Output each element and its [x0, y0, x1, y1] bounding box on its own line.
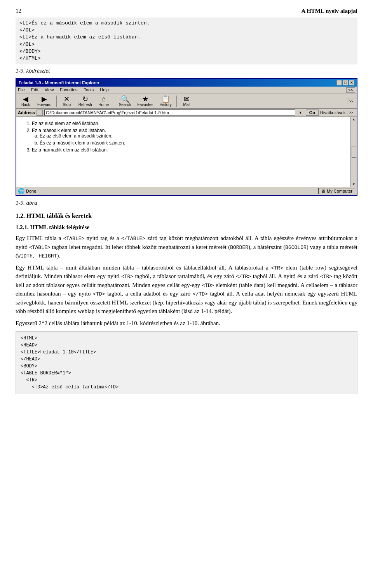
forward-icon: ▶ [42, 96, 47, 103]
refresh-label: Refresh [78, 103, 92, 107]
ie-maximize-btn[interactable]: □ [343, 80, 348, 85]
ie-addressbar: Address ▼ Go Hivatkozások >> [16, 109, 357, 117]
code-td-2: <TD> [93, 291, 105, 297]
back-label: Back [21, 103, 30, 107]
ie-toolbar-extend[interactable]: >> [346, 87, 355, 93]
ie-statusbar: 🌐 Done 🖥 My Computer [16, 187, 357, 195]
code-block-bottom: <HTML> <HEAD> <TITLE>Feladat 1-10</TITLE… [16, 331, 357, 394]
refresh-icon: ↻ [82, 96, 88, 103]
toolbar-history[interactable]: 📋 History [157, 95, 174, 108]
status-computer: My Computer [327, 189, 352, 193]
ie-minimize-btn[interactable]: _ [336, 80, 342, 85]
computer-icon: 🖥 [321, 189, 325, 193]
mail-icon: ✉ [184, 96, 190, 103]
toolbar-favorites[interactable]: ★ Favorites [135, 95, 155, 108]
ie-status-left: 🌐 Done [18, 188, 36, 194]
forward-label: Forward [37, 103, 52, 107]
address-dropdown[interactable]: ▼ [297, 110, 304, 115]
ie-toolbar: ◀ Back ▶ Forward ✕ Stop ↻ Refresh ⌂ Home… [16, 94, 357, 109]
menu-view[interactable]: View [45, 87, 54, 93]
page-title: A HTML nyelv alapjai [301, 8, 357, 14]
menu-edit[interactable]: Edit [31, 87, 38, 93]
stop-label: Stop [63, 103, 71, 107]
ie-title: Feladat 1-9 - Microsoft Internet Explore… [19, 80, 99, 85]
back-icon: ◀ [23, 96, 28, 103]
favorites-icon: ★ [142, 96, 148, 103]
menu-file[interactable]: File [18, 87, 25, 93]
toolbar-back[interactable]: ◀ Back [18, 95, 33, 108]
home-label: Home [98, 103, 109, 107]
paragraph-3: Egyszerű 2*2 cellás táblára láthatunk pé… [16, 319, 357, 328]
section-heading-1-2: 1.2. HTML táblák és keretek [16, 212, 357, 219]
history-label: History [160, 103, 172, 107]
paragraph-1: Egy HTML tábla a <TABLE> nyitó tag és a … [16, 234, 357, 260]
mail-label: Mail [183, 103, 190, 107]
content-sublist: Ez az első elem a második szinten. És ez… [40, 133, 343, 146]
toolbar-separator-2 [114, 96, 114, 107]
toolbar-extend-btn[interactable]: >> [347, 99, 355, 104]
list-item-2: Ez a második elem az első listában. Ez a… [32, 128, 343, 146]
content-list: Ez az első elem az első listában. Ez a m… [32, 121, 343, 153]
scroll-down[interactable]: ▼ [352, 183, 356, 186]
toolbar-search[interactable]: 🔍 Search [117, 95, 134, 108]
menu-favorites[interactable]: Favorites [60, 87, 77, 93]
ie-status-right: 🖥 My Computer [318, 188, 355, 194]
address-icon [37, 110, 43, 116]
ie-content: Ez az első elem az első listában. Ez a m… [16, 117, 350, 187]
ie-content-area: Ez az első elem az első listában. Ez a m… [16, 117, 357, 187]
code-border: BORDER [230, 245, 248, 251]
links-extend-btn[interactable]: >> [347, 110, 355, 115]
toolbar-separator-3 [176, 96, 177, 107]
menu-tools[interactable]: Tools [84, 87, 94, 93]
menu-help[interactable]: Help [100, 87, 109, 93]
code-block-top: <LI>És ez a második elem a második szint… [16, 17, 357, 64]
code-tr-close: </TR> [236, 274, 251, 280]
list-item-2b: És ez a második elem a második szinten. [40, 140, 343, 146]
list-item-3: Ez a harmadik elem az első listában. [32, 147, 343, 153]
code-tr-2: <TR> [121, 274, 133, 280]
code-bgcolor: BGCOLOR [285, 245, 307, 251]
ie-titlebar: Feladat 1-9 - Microsoft Internet Explore… [16, 79, 357, 87]
ie-menubar: File Edit View Favorites Tools Help >> [16, 87, 357, 94]
code-tr: <TR> [271, 265, 283, 271]
toolbar-home[interactable]: ⌂ Home [96, 95, 112, 108]
home-icon: ⌂ [101, 96, 106, 103]
ie-titlebar-buttons: _ □ ✕ [336, 80, 354, 85]
go-button[interactable]: Go [306, 110, 319, 116]
toolbar-forward[interactable]: ▶ Forward [35, 95, 54, 108]
code-table-open: <TABLE> [63, 236, 85, 242]
address-input[interactable] [44, 110, 295, 116]
address-label: Address [18, 110, 35, 115]
ie-content-main: Ez az első elem az első listában. Ez a m… [16, 117, 350, 187]
kodreszlet-label: 1-9. kódrészlet [16, 68, 357, 74]
code-table-close: </TABLE> [121, 236, 145, 242]
section-heading-1-2-1: 1.2.1. HTML táblák felépítése [16, 224, 357, 231]
history-icon: 📋 [161, 96, 170, 103]
abra-label: 1-9. ábra [16, 200, 357, 206]
status-text: Done [26, 189, 36, 193]
code-td: <TD> [202, 283, 214, 289]
search-icon: 🔍 [121, 96, 129, 103]
code-table-open-2: <TABLE> [29, 245, 51, 251]
paragraph-2: Egy HTML tábla – mint általában minden t… [16, 263, 357, 316]
code-td-close: </TD> [193, 291, 208, 297]
toolbar-stop[interactable]: ✕ Stop [59, 95, 75, 108]
ie-close-btn[interactable]: ✕ [349, 80, 354, 85]
stop-icon: ✕ [64, 96, 70, 103]
code-wh: WIDTH, HEIGHT [17, 253, 57, 259]
toolbar-mail[interactable]: ✉ Mail [179, 95, 195, 108]
code-tr-3: <TR> [320, 274, 332, 280]
toolbar-separator-1 [56, 96, 57, 107]
favorites-label: Favorites [137, 103, 153, 107]
scroll-up[interactable]: ▲ [352, 118, 356, 121]
status-icon: 🌐 [18, 188, 24, 194]
page-number: 12 [16, 8, 21, 14]
scroll-thumb[interactable] [352, 146, 356, 158]
ie-scrollbar[interactable]: ▲ ▼ [350, 117, 357, 187]
list-item-2a: Ez az első elem a második szinten. [40, 133, 343, 139]
ie-browser-window: Feladat 1-9 - Microsoft Internet Explore… [16, 78, 357, 196]
toolbar-refresh[interactable]: ↻ Refresh [76, 95, 94, 108]
search-label: Search [119, 103, 131, 107]
list-item-1: Ez az első elem az első listában. [32, 121, 343, 126]
links-label: Hivatkozások [320, 110, 345, 115]
